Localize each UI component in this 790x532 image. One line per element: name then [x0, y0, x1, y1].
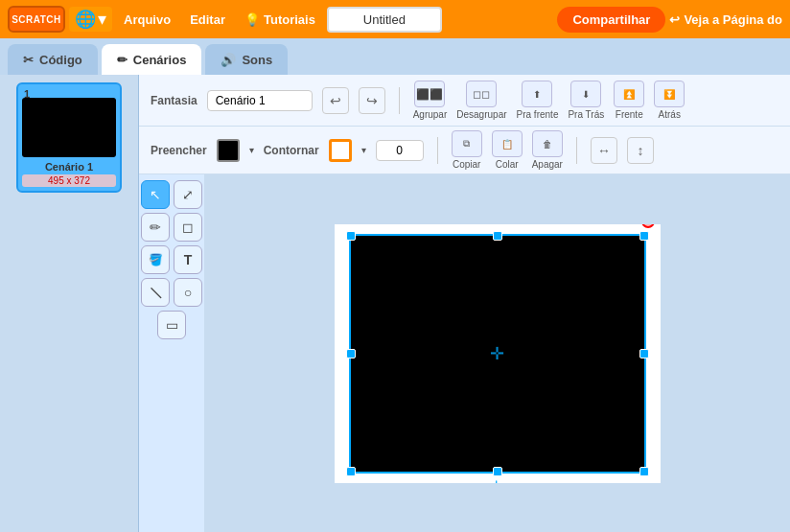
rectangle-tool[interactable]: ▭ [157, 311, 186, 339]
arrow-icon: ↖ [150, 187, 161, 202]
lightbulb-icon: 💡 [244, 12, 260, 27]
frente-icon-btn[interactable]: ⏫ [614, 81, 644, 107]
scenario-thumbnail [22, 98, 116, 157]
atras-group[interactable]: ⏬ Atrás [654, 81, 685, 120]
share-button[interactable]: Compartilhar [557, 7, 665, 33]
atras-icon: ⏬ [663, 89, 675, 100]
pra-frente-icon: ⬆ [533, 89, 541, 100]
reshape-tool[interactable]: ⤢ [174, 180, 202, 209]
globe-arrow-icon: ▾ [98, 9, 106, 30]
atras-icon-btn[interactable]: ⏬ [654, 81, 685, 107]
frente-icon: ⏫ [623, 89, 635, 100]
tool-row-4: | ○ [141, 278, 202, 307]
trash-icon: 🗑 [543, 139, 552, 150]
redo-button[interactable]: ↪ [359, 87, 385, 114]
main-area: 1 Cenário 1 495 x 372 Fantasia ↩ ↪ ⬛⬛ Ag… [0, 75, 790, 532]
text-tool[interactable]: T [174, 245, 202, 274]
canvas-wrapper: ↖ ⤢ ✏ ◻ 🪣 [139, 174, 790, 532]
redo-icon: ↪ [366, 93, 378, 108]
tool-row-2: ✏ ◻ [141, 213, 202, 242]
undo-button[interactable]: ↩ [322, 87, 349, 114]
circle-tool[interactable]: ○ [174, 278, 202, 307]
fantasia-label: Fantasia [151, 94, 198, 107]
brush-tool[interactable]: ✏ [141, 213, 170, 242]
outline-dropdown-arrow[interactable]: ▾ [361, 145, 366, 155]
tab-bar: ✂ Código ✏ Cenários 🔊 Sons [0, 38, 790, 75]
brush-icon: ✏ [150, 220, 161, 235]
undo-icon: ↩ [330, 93, 341, 108]
page-link-icon: ↩ [669, 12, 680, 27]
flip-v-icon: ↕ [637, 143, 643, 158]
editor-area: Fantasia ↩ ↪ ⬛⬛ Agrupar ◻◻ Desagrupar [139, 75, 790, 532]
frente-group[interactable]: ⏫ Frente [614, 81, 644, 120]
drawing-canvas[interactable]: ✛ ⤓ [204, 174, 790, 532]
agrupar-group[interactable]: ⬛⬛ Agrupar [413, 81, 448, 120]
tab-cenarios[interactable]: ✏ Cenários [102, 44, 202, 75]
desagrupar-icon-btn[interactable]: ◻◻ [466, 81, 497, 107]
flip-vertical-button[interactable]: ↕ [627, 137, 654, 164]
colar-group[interactable]: 📋 Colar [492, 130, 523, 170]
scratch-logo: SCRATCH [8, 6, 65, 33]
pencil-icon: ✏ [117, 53, 128, 67]
fill-color-swatch[interactable] [217, 139, 240, 162]
line-icon: | [148, 285, 163, 300]
colar-icon-btn[interactable]: 📋 [492, 130, 523, 157]
speaker-icon: 🔊 [221, 53, 236, 67]
line-tool[interactable]: | [141, 278, 170, 307]
tutoriais-button[interactable]: 💡 Tutoriais [237, 9, 323, 31]
tool-row-3: 🪣 T [141, 245, 202, 274]
globe-icon: 🌐 [75, 9, 96, 30]
pra-tras-icon-btn[interactable]: ⬇ [570, 81, 601, 107]
text-icon: T [184, 252, 193, 267]
copiar-group[interactable]: ⧉ Copiar [452, 130, 482, 170]
scenario-item[interactable]: 1 Cenário 1 495 x 372 [16, 82, 122, 193]
flip-h-icon: ↔ [597, 143, 611, 158]
fantasia-input[interactable] [207, 90, 313, 111]
scenario-label: Cenário 1 [22, 161, 116, 173]
eraser-icon: ◻ [182, 220, 194, 235]
agrupar-icon-btn[interactable]: ⬛⬛ [414, 81, 445, 107]
contornar-label: Contornar [264, 144, 319, 157]
globe-button[interactable]: 🌐 ▾ [69, 7, 112, 32]
fill-icon: 🪣 [149, 253, 163, 266]
divider2 [437, 137, 438, 164]
arquivo-button[interactable]: Arquivo [116, 9, 178, 31]
bottom-resize-icon[interactable]: ⤓ [490, 477, 502, 483]
desagrupar-group[interactable]: ◻◻ Desagrupar [456, 81, 506, 120]
project-title-input[interactable] [327, 7, 442, 33]
top-navigation: SCRATCH 🌐 ▾ Arquivo Editar 💡 Tutoriais C… [0, 0, 790, 38]
rotate-handle[interactable] [641, 224, 655, 228]
fill-tool[interactable]: 🪣 [141, 245, 170, 274]
preencher-label: Preencher [151, 144, 207, 157]
apagar-icon-btn[interactable]: 🗑 [532, 130, 563, 157]
tool-row-5: ▭ [157, 311, 186, 339]
scenario-size: 495 x 372 [22, 174, 116, 187]
black-rectangle [349, 234, 646, 474]
copiar-icon-btn[interactable]: ⧉ [452, 130, 482, 157]
scenario-number: 1 [24, 88, 30, 100]
canvas-background: ✛ ⤓ [335, 224, 661, 483]
agrupar-icon: ⬛⬛ [416, 88, 443, 101]
rectangle-icon: ▭ [166, 317, 178, 333]
pra-frente-group[interactable]: ⬆ Pra frente [517, 81, 559, 120]
eraser-tool[interactable]: ◻ [174, 213, 202, 242]
apagar-group[interactable]: 🗑 Apagar [532, 130, 563, 170]
tools-panel: ↖ ⤢ ✏ ◻ 🪣 [139, 174, 204, 532]
toolbar-row1: Fantasia ↩ ↪ ⬛⬛ Agrupar ◻◻ Desagrupar [139, 75, 790, 127]
editar-button[interactable]: Editar [182, 9, 233, 31]
outline-width-input[interactable] [376, 140, 424, 161]
outline-color-swatch[interactable] [329, 139, 352, 162]
fill-dropdown-arrow[interactable]: ▾ [249, 145, 254, 155]
circle-icon: ○ [184, 285, 192, 300]
page-link[interactable]: ↩ Veja a Página do [669, 12, 782, 27]
pra-frente-icon-btn[interactable]: ⬆ [522, 81, 552, 107]
divider3 [576, 137, 577, 164]
flip-horizontal-button[interactable]: ↔ [591, 137, 617, 164]
tab-sons[interactable]: 🔊 Sons [205, 44, 288, 75]
colar-icon: 📋 [501, 139, 513, 150]
copiar-icon: ⧉ [463, 138, 470, 150]
pra-tras-group[interactable]: ⬇ Pra Trás [568, 81, 604, 120]
divider1 [399, 87, 400, 114]
tab-codigo[interactable]: ✂ Código [8, 44, 98, 75]
select-tool[interactable]: ↖ [141, 180, 170, 209]
